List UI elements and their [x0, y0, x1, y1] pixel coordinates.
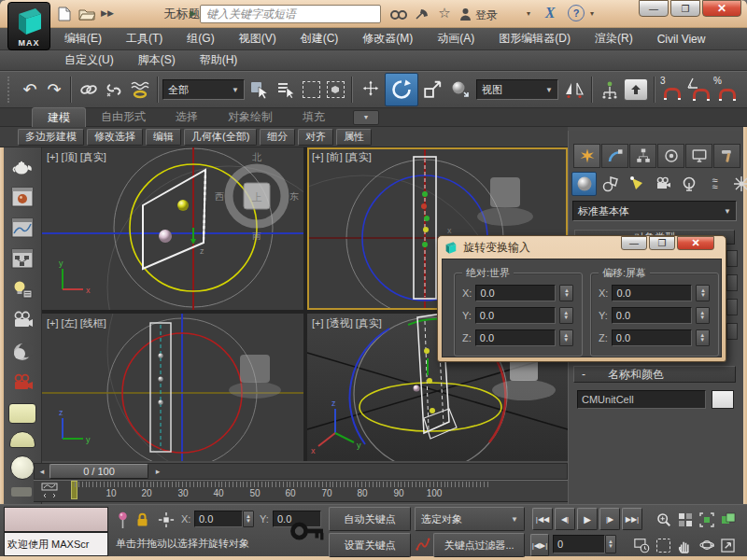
selection-lock-icon[interactable]	[134, 511, 150, 529]
time-slider-handle[interactable]: 0 / 100	[49, 464, 148, 479]
go-to-end-icon[interactable]: ▶▶|	[622, 508, 642, 530]
compass-west-label[interactable]: 西	[215, 191, 224, 202]
redo-icon[interactable]: ↷	[42, 76, 66, 104]
help-caret-icon[interactable]: ▾	[590, 9, 594, 18]
abs-x-spinner[interactable]: ▲▼	[559, 285, 573, 301]
time-slider-track[interactable]: ◂ 0 / 100 ▸	[34, 463, 568, 480]
open-mini-curve-editor-icon[interactable]	[39, 482, 60, 498]
subtab-properties[interactable]: 属性	[336, 129, 372, 146]
subtab-edit[interactable]: 编辑	[146, 129, 181, 146]
category-cameras-icon[interactable]	[650, 172, 675, 196]
render-moon-icon[interactable]	[8, 339, 36, 365]
custom-mini-button[interactable]	[11, 487, 32, 497]
category-systems-icon[interactable]	[728, 172, 747, 196]
next-frame-icon[interactable]: |▶	[599, 508, 620, 530]
category-shapes-icon[interactable]	[598, 172, 623, 196]
go-to-start-icon[interactable]: |◀◀	[532, 508, 553, 530]
time-slider-next-icon[interactable]: ▸	[152, 465, 163, 478]
field-of-view-icon[interactable]	[654, 534, 673, 556]
menu-civil-view[interactable]: Civil View	[645, 28, 718, 49]
category-helpers-icon[interactable]	[676, 172, 701, 196]
select-and-link-icon[interactable]	[76, 76, 101, 104]
schematic-view-icon[interactable]	[8, 245, 36, 272]
viewport-left-label[interactable]: [+] [左] [线框]	[47, 316, 106, 330]
off-x-field[interactable]: 0.0	[612, 285, 692, 301]
quick-access-more-icon[interactable]: ▶▶	[101, 8, 114, 18]
menu-animation[interactable]: 动画(A)	[425, 28, 486, 49]
maxscript-listener-pink-row[interactable]	[4, 507, 108, 532]
menu-help[interactable]: 帮助(H)	[188, 50, 250, 70]
viewport-left-canvas[interactable]: z y	[42, 314, 303, 461]
ribbon-tab-selection[interactable]: 选择	[161, 108, 213, 127]
viewport-top-canvas[interactable]: z 上 北 东 南 西 y x	[42, 147, 303, 310]
menu-edit[interactable]: 编辑(E)	[52, 28, 114, 49]
selection-filter-dropdown[interactable]: 全部▼	[162, 79, 245, 100]
percent-snap-toggle-icon[interactable]: %	[712, 76, 738, 104]
abs-y-field[interactable]: 0.0	[475, 307, 556, 324]
zoom-extents-icon[interactable]	[697, 509, 716, 530]
search-expand-icon[interactable]: ▶	[190, 8, 196, 18]
abs-z-spinner[interactable]: ▲▼	[559, 329, 573, 346]
menu-customize[interactable]: 自定义(U)	[52, 50, 126, 70]
search-binoculars-icon[interactable]	[388, 6, 409, 22]
communication-center-icon[interactable]	[413, 6, 431, 22]
off-y-field[interactable]: 0.0	[612, 307, 692, 324]
ribbon-tab-populate[interactable]: 填充	[288, 108, 340, 127]
reference-coordinate-dropdown[interactable]: 视图▼	[476, 79, 558, 100]
viewport-perspective-label[interactable]: [+] [透视] [真实]	[312, 316, 382, 330]
layer-manager-icon[interactable]	[622, 76, 650, 104]
key-filters-curve-icon[interactable]	[415, 535, 431, 555]
maximize-button[interactable]: ❐	[670, 0, 700, 17]
current-frame-field[interactable]: 0	[553, 535, 605, 553]
play-icon[interactable]: ▶	[577, 508, 598, 530]
toolbar-drag-handle[interactable]	[7, 77, 14, 103]
key-filters-button[interactable]: 关键点过滤器...	[433, 533, 525, 557]
menu-scripting[interactable]: 脚本(S)	[126, 50, 188, 70]
object-name-field[interactable]: CMUnitCell	[577, 390, 706, 409]
minimize-button[interactable]: —	[639, 0, 669, 17]
abs-z-field[interactable]: 0.0	[475, 329, 556, 346]
video-camera-icon[interactable]	[8, 370, 36, 396]
maximize-viewport-icon[interactable]	[718, 534, 738, 556]
exchange-icon[interactable]: X	[540, 4, 560, 22]
subtab-align[interactable]: 对齐	[298, 129, 333, 146]
selection-set-dropdown[interactable]: 选定对象▼	[415, 507, 525, 531]
set-key-button[interactable]: 设置关键点	[329, 533, 411, 557]
tab-hierarchy[interactable]	[629, 144, 656, 168]
tab-modify[interactable]	[601, 144, 628, 168]
viewcube[interactable]	[477, 177, 533, 226]
bind-to-space-warp-icon[interactable]	[126, 76, 153, 104]
angle-snap-toggle-icon[interactable]	[685, 76, 712, 104]
category-space-warps-icon[interactable]: ≈≈	[702, 172, 727, 196]
subtab-subdivision[interactable]: 细分	[260, 129, 295, 146]
menu-rendering[interactable]: 渲染(R)	[583, 28, 645, 49]
select-and-scale-icon[interactable]	[418, 76, 446, 104]
compass-east-label[interactable]: 东	[289, 191, 299, 202]
app-menu-button[interactable]: MAX	[7, 2, 50, 50]
select-object-icon[interactable]	[245, 76, 272, 104]
help-icon[interactable]: ?	[568, 5, 585, 21]
menu-modifiers[interactable]: 修改器(M)	[350, 28, 425, 49]
ribbon-tab-modeling[interactable]: 建模	[32, 107, 86, 127]
snaps-toggle-icon[interactable]: 3	[659, 76, 685, 104]
ribbon-minimize-icon[interactable]: ▼	[353, 110, 379, 125]
tab-motion[interactable]	[657, 144, 684, 168]
viewcube[interactable]	[229, 355, 281, 399]
absolute-offset-toggle-icon[interactable]	[156, 510, 176, 530]
viewport-left[interactable]: [+] [左] [线框]	[42, 314, 303, 461]
dialog-restore-button[interactable]: ❐	[649, 236, 675, 250]
maxscript-listener-white-row[interactable]: 欢迎使用 MAXScr	[4, 532, 108, 556]
abs-y-spinner[interactable]: ▲▼	[559, 307, 573, 324]
custom-rect-button[interactable]	[8, 403, 36, 424]
compass-south-label[interactable]: 南	[252, 231, 261, 241]
curve-editor-icon[interactable]	[8, 215, 36, 241]
user-icon[interactable]	[457, 6, 473, 22]
track-bar[interactable]: 10 20 30 40 50 60 70 80 90 100	[34, 480, 568, 502]
select-and-move-icon[interactable]	[357, 76, 385, 104]
subtab-modify-selection[interactable]: 修改选择	[87, 129, 143, 146]
login-caret-icon[interactable]: ▾	[527, 9, 530, 18]
off-y-spinner[interactable]: ▲▼	[696, 307, 710, 324]
category-geometry-icon[interactable]	[571, 172, 597, 196]
object-color-swatch[interactable]	[712, 390, 734, 409]
unit-cell-wireframe[interactable]	[150, 323, 171, 452]
